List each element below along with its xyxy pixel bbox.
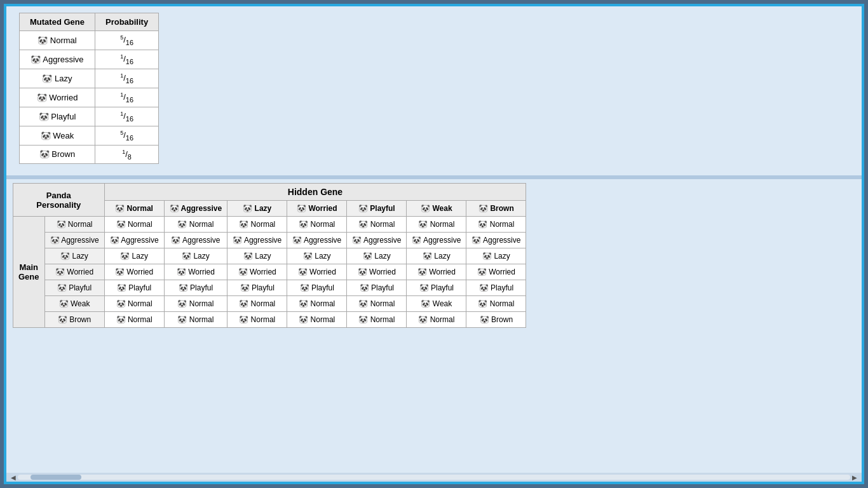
panda-icon: 🐼	[238, 268, 248, 276]
gene-cell: 🐼 Aggressive	[287, 233, 347, 248]
probability-value: 1/8	[95, 145, 158, 164]
panda-icon: 🐼	[352, 236, 362, 245]
table-row: 🐼 Weak🐼 Normal🐼 Normal🐼 Normal🐼 Normal🐼 …	[13, 296, 526, 312]
panda-icon: 🐼	[239, 220, 248, 229]
panda-icon: 🐼	[418, 315, 428, 324]
panda-icon: 🐼	[233, 236, 242, 245]
probability-value: 1/16	[95, 69, 158, 88]
panda-icon: 🐼	[419, 283, 429, 292]
probability-value: 5/16	[95, 126, 158, 145]
panda-icon: 🐼	[115, 268, 125, 276]
panda-icon: 🐼	[239, 299, 248, 308]
panda-icon: 🐼	[297, 204, 306, 213]
gene-cell: 🐼 Lazy	[347, 248, 407, 264]
horizontal-scrollbar[interactable]: ◀ ▶	[6, 473, 862, 482]
panda-icon: 🐼	[116, 299, 126, 308]
panda-icon: 🐼	[115, 204, 125, 213]
panda-icon: 🐼	[360, 283, 369, 292]
content-area: Mutated Gene Probability 🐼 Normal 5/16 🐼…	[6, 6, 862, 482]
panda-icon: 🐼	[240, 283, 250, 292]
panda-icon: 🐼	[57, 220, 66, 229]
main-gene-label: MainGene	[13, 217, 45, 328]
panda-icon: 🐼	[358, 220, 368, 229]
gene-cell: 🐼 Normal	[287, 217, 347, 233]
panda-icon: 🐼	[57, 283, 67, 292]
panda-icon: 🐼	[300, 283, 309, 292]
panda-icon: 🐼	[50, 236, 60, 245]
panda-icon: 🐼	[117, 283, 126, 292]
gene-cell: 🐼 Worried	[407, 264, 466, 280]
scroll-right-arrow[interactable]: ▶	[850, 474, 859, 481]
gene-cell: 🐼 Normal	[347, 312, 407, 328]
panda-icon: 🐼	[418, 220, 428, 229]
table-row: 🐼 Aggressive 1/16	[20, 50, 159, 69]
panda-icon: 🐼	[177, 315, 187, 324]
gene-cell: 🐼 Lazy	[227, 248, 287, 264]
gene-cell: 🐼 Playful	[287, 280, 347, 296]
gene-table-container[interactable]: PandaPersonality Hidden Gene 🐼 Normal🐼 A…	[13, 183, 855, 328]
gene-cell: 🐼 Normal	[104, 296, 164, 312]
panda-icon: 🐼	[423, 252, 432, 261]
panda-icon: 🐼	[116, 315, 126, 324]
panda-icon: 🐼	[170, 204, 179, 213]
outer-border: Mutated Gene Probability 🐼 Normal 5/16 🐼…	[4, 4, 864, 484]
gene-cell: 🐼 Playful	[104, 280, 164, 296]
gene-cell: 🐼 Normal	[227, 217, 287, 233]
gene-cell: 🐼 Worried	[287, 264, 347, 280]
panda-icon: 🐼	[299, 299, 308, 308]
panda-icon: 🐼	[31, 55, 41, 64]
panda-icon: 🐼	[110, 236, 119, 245]
hidden-gene-header: Hidden Gene	[104, 184, 526, 201]
gene-combination-table: PandaPersonality Hidden Gene 🐼 Normal🐼 A…	[13, 183, 526, 328]
scrollbar-track	[18, 475, 850, 480]
hidden-col-header: 🐼 Lazy	[227, 201, 287, 217]
panda-icon: 🐼	[358, 315, 368, 324]
main-gene-name: 🐼 Normal	[44, 217, 104, 233]
panda-icon: 🐼	[421, 204, 430, 213]
scrollbar-thumb[interactable]	[31, 475, 81, 480]
panda-icon: 🐼	[299, 220, 308, 229]
corner-header: PandaPersonality	[13, 184, 105, 217]
table-row: 🐼 Lazy🐼 Lazy🐼 Lazy🐼 Lazy🐼 Lazy🐼 Lazy🐼 La…	[13, 248, 526, 264]
gene-cell: 🐼 Normal	[407, 312, 466, 328]
panda-icon: 🐼	[59, 299, 69, 308]
gene-cell: 🐼 Aggressive	[104, 233, 164, 248]
bottom-section[interactable]: PandaPersonality Hidden Gene 🐼 Normal🐼 A…	[6, 179, 862, 473]
gene-cell: 🐼 Aggressive	[347, 233, 407, 248]
gene-cell: 🐼 Worried	[466, 264, 526, 280]
gene-name: 🐼 Aggressive	[20, 50, 95, 69]
panda-icon: 🐼	[60, 252, 70, 261]
table-row: 🐼 Playful🐼 Playful🐼 Playful🐼 Playful🐼 Pl…	[13, 280, 526, 296]
gene-cell: 🐼 Lazy	[164, 248, 227, 264]
hidden-col-header: 🐼 Brown	[466, 201, 526, 217]
panda-icon: 🐼	[482, 252, 492, 261]
gene-cell: 🐼 Normal	[104, 217, 164, 233]
table-row: 🐼 Brown 1/8	[20, 145, 159, 164]
panda-icon: 🐼	[37, 36, 48, 45]
scroll-left-arrow[interactable]: ◀	[9, 474, 18, 481]
panda-icon: 🐼	[41, 131, 51, 140]
panda-icon: 🐼	[412, 236, 421, 245]
gene-cell: 🐼 Aggressive	[164, 233, 227, 248]
panda-icon: 🐼	[477, 268, 487, 276]
panda-icon: 🐼	[478, 204, 488, 213]
gene-cell: 🐼 Playful	[347, 280, 407, 296]
gene-cell: 🐼 Worried	[104, 264, 164, 280]
panda-icon: 🐼	[471, 236, 481, 245]
panda-icon: 🐼	[421, 299, 430, 308]
table-row: 🐼 Weak 5/16	[20, 126, 159, 145]
panda-icon: 🐼	[298, 268, 308, 276]
panda-icon: 🐼	[182, 252, 191, 261]
panda-icon: 🐼	[42, 74, 52, 83]
table-row: 🐼 Worried🐼 Worried🐼 Worried🐼 Worried🐼 Wo…	[13, 264, 526, 280]
probability-table: Mutated Gene Probability 🐼 Normal 5/16 🐼…	[19, 13, 159, 164]
probability-value: 5/16	[95, 31, 158, 50]
gene-cell: 🐼 Worried	[347, 264, 407, 280]
panda-icon: 🐼	[243, 204, 252, 213]
gene-cell: 🐼 Normal	[164, 217, 227, 233]
probability-value: 1/16	[95, 50, 158, 69]
main-gene-name: 🐼 Lazy	[44, 248, 104, 264]
gene-name: 🐼 Playful	[20, 107, 95, 126]
gene-cell: 🐼 Playful	[164, 280, 227, 296]
panda-icon: 🐼	[55, 268, 65, 276]
